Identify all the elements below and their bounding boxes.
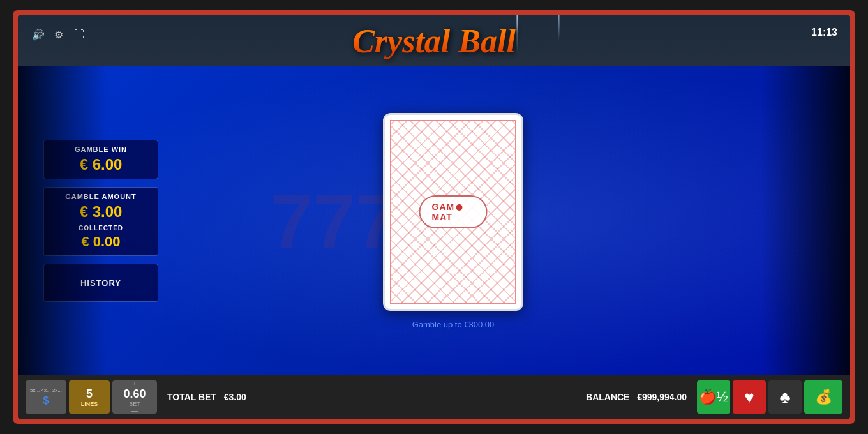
lines-button[interactable]: 5 LINES xyxy=(69,380,110,414)
history-label: HISTORY xyxy=(80,278,121,288)
bet-minus[interactable]: — xyxy=(131,407,138,414)
club-button[interactable]: ♣ xyxy=(768,380,802,414)
balance-display: BALANCE €999,994.00 xyxy=(586,392,687,402)
collect-button[interactable]: 💰 xyxy=(804,380,842,414)
inner-container: 🔊 ⚙ ⛶ Crystal Ball 11:13 777 No Deposit … xyxy=(18,15,850,419)
balance-value: €999,994.00 xyxy=(637,392,687,402)
bet-label: BET xyxy=(129,401,140,407)
gamble-amount-box: GAMBLE AMOUNT € 3.00 COLLECTED € 0.00 xyxy=(43,187,158,256)
fullscreen-button[interactable]: ⛶ xyxy=(71,27,87,42)
gamble-win-value: € 6.00 xyxy=(52,156,150,174)
outer-frame: 🔊 ⚙ ⛶ Crystal Ball 11:13 777 No Deposit … xyxy=(13,10,855,424)
clock: 11:13 xyxy=(811,27,837,38)
left-panel: GAMBLE WIN € 6.00 GAMBLE AMOUNT € 3.00 C… xyxy=(18,66,184,375)
gamble-win-box: GAMBLE WIN € 6.00 xyxy=(43,140,158,179)
card-container[interactable]: GAMMAT xyxy=(383,113,523,311)
paytable-button[interactable]: 5x... 4x... 3x... $ xyxy=(26,380,66,414)
bet-plus[interactable]: + xyxy=(133,380,137,387)
collected-value: € 0.00 xyxy=(52,234,150,250)
top-controls: 🔊 ⚙ ⛶ xyxy=(31,27,87,42)
bet-button[interactable]: + 0.60 BET — xyxy=(112,380,157,414)
history-button[interactable]: HISTORY xyxy=(43,264,158,302)
game-title: Crystal Ball xyxy=(352,22,516,60)
sound-button[interactable]: 🔊 xyxy=(31,27,46,42)
playing-card: GAMMAT xyxy=(383,113,523,311)
collect-icon: 💰 xyxy=(815,389,832,405)
gamble-amount-label: GAMBLE AMOUNT xyxy=(52,193,150,200)
lines-value: 5 xyxy=(86,387,93,401)
bet-value: 0.60 xyxy=(123,387,146,401)
lines-label: LINES xyxy=(81,401,98,407)
collected-label: COLLECTED xyxy=(52,225,150,232)
center-area: GAMMAT Gamble up to €300.00 xyxy=(184,66,722,375)
card-logo: GAMMAT xyxy=(419,195,488,228)
paytable-multipliers: 5x... 4x... 3x... xyxy=(30,387,62,394)
total-bet-value: €3.00 xyxy=(224,392,246,402)
dollar-icon: $ xyxy=(43,395,49,407)
total-bet-label: TOTAL BET xyxy=(167,392,216,402)
gamble-win-label: GAMBLE WIN xyxy=(52,146,150,153)
top-bar: 🔊 ⚙ ⛶ Crystal Ball 11:13 xyxy=(18,15,850,66)
total-bet-display: TOTAL BET €3.00 xyxy=(167,392,246,402)
balance-label: BALANCE xyxy=(586,392,629,402)
gamble-amount-value: € 3.00 xyxy=(52,203,150,221)
gamble-half-icon: 🍎½ xyxy=(699,389,728,405)
game-area: 777 No Deposit GAMBLE WIN € 6.00 GAMBLE … xyxy=(18,66,850,375)
bottom-bar: 5x... 4x... 3x... $ 5 LINES + 0.60 BET —… xyxy=(18,375,850,419)
gamble-half-button[interactable]: 🍎½ xyxy=(697,380,730,414)
heart-button[interactable]: ♥ xyxy=(733,380,766,414)
gamble-limit-text: Gamble up to €300.00 xyxy=(412,320,495,329)
club-icon: ♣ xyxy=(779,387,790,407)
heart-icon: ♥ xyxy=(744,387,754,407)
settings-button[interactable]: ⚙ xyxy=(51,27,66,42)
